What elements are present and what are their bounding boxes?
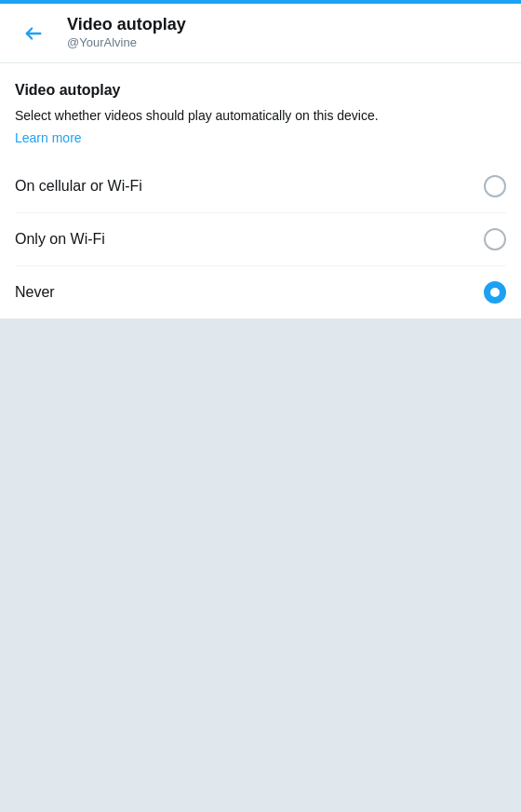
content-area: Video autoplay Select whether videos sho… [0,63,521,318]
radio-wifi-only[interactable] [484,228,506,250]
section-description: Select whether videos should play automa… [15,106,506,126]
option-cellular-wifi-label: On cellular or Wi-Fi [15,178,142,195]
option-never[interactable]: Never [15,266,506,318]
option-wifi-only[interactable]: Only on Wi-Fi [15,213,506,266]
learn-more-link[interactable]: Learn more [15,130,82,145]
radio-never[interactable] [484,281,506,304]
back-button[interactable] [15,15,52,52]
header-title: Video autoplay [67,15,186,35]
header-text-block: Video autoplay @YourAlvine [67,15,186,50]
radio-cellular-wifi[interactable] [484,175,506,197]
option-never-label: Never [15,284,55,301]
header-subtitle: @YourAlvine [67,35,186,51]
header: Video autoplay @YourAlvine [0,4,521,63]
option-wifi-only-label: Only on Wi-Fi [15,231,105,248]
section-title: Video autoplay [15,82,506,99]
back-arrow-icon [23,23,44,44]
empty-background [0,318,521,760]
option-cellular-wifi[interactable]: On cellular or Wi-Fi [15,160,506,213]
